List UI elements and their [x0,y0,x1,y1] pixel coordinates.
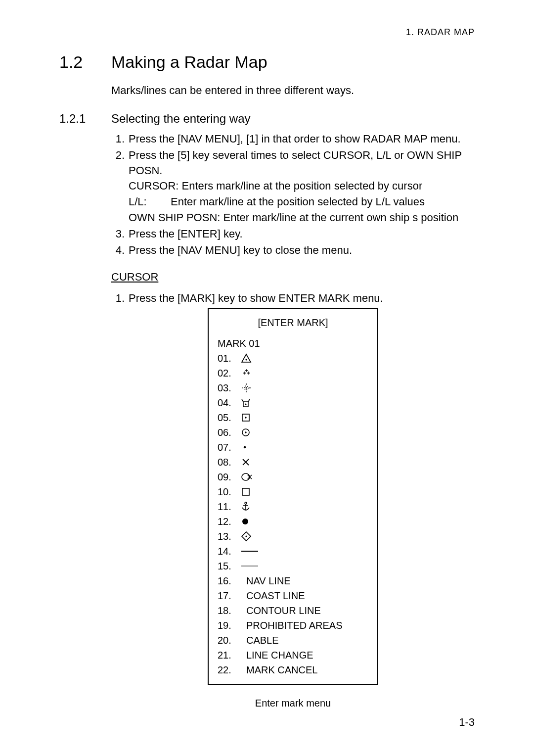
anchor-icon [241,501,255,512]
svg-point-15 [245,404,246,405]
subsection-heading: 1.2.1 Selecting the entering way [59,112,475,126]
circle-dot-icon [241,427,255,438]
list-item: 1. Press the [NAV MENU], [1] in that ord… [111,132,475,147]
menu-index: 15. [218,559,241,573]
menu-index: 22. [218,662,241,677]
svg-point-22 [244,446,246,449]
menu-item: 14. [218,544,368,559]
menu-index: 12. [218,514,241,529]
list-text: Press the [MARK] key to show ENTER MARK … [129,291,383,306]
diamond-dot-icon [241,531,255,542]
definition-block: CURSOR: Enters mark/line at the position… [129,178,475,226]
menu-item: 02. [218,366,368,380]
menu-item: 03. [218,380,368,395]
list-marker: 4. [111,243,129,258]
intro-text: Marks/lines can be entered in three diff… [111,84,475,97]
svg-point-9 [246,387,247,389]
menu-item: 22. MARK CANCEL [218,662,368,677]
menu-item: 19. PROHIBITED AREAS [218,618,368,633]
thin-line-icon [241,561,255,571]
list-item: 2. Press the [5] key several times to se… [111,148,475,179]
menu-item: 04. [218,395,368,410]
filled-circle-icon [241,516,255,527]
svg-point-29 [245,502,247,504]
menu-item: 11. [218,499,368,514]
svg-point-32 [242,519,248,524]
menu-index: 08. [218,455,241,470]
list-text: Press the [ENTER] key. [129,227,243,242]
menu-item: 15. [218,559,368,573]
page: 1. RADAR MAP 1.2 Making a Radar Map Mark… [0,0,534,756]
section-number: 1.2 [59,52,111,72]
menu-index: 03. [218,380,241,395]
svg-point-34 [245,536,247,537]
menu-label: COAST LINE [241,588,305,603]
menu-index: 11. [218,499,241,514]
menu-item: 17. COAST LINE [218,588,368,603]
menu-index: 13. [218,529,241,544]
svg-point-25 [242,473,250,480]
list-text: Press the [NAV MENU] key to close the me… [129,243,352,258]
section-heading: 1.2 Making a Radar Map [59,52,475,72]
svg-point-21 [245,432,246,433]
beacon-icon [241,397,255,408]
menu-index: 04. [218,395,241,410]
ordered-list-a: 1. Press the [NAV MENU], [1] in that ord… [111,132,475,178]
menu-label: CABLE [241,633,279,648]
menu-item: 16. NAV LINE [218,573,368,588]
plus-cluster-icon [241,368,255,378]
menu-index: 20. [218,633,241,648]
enter-mark-menu: [ENTER MARK] MARK 01 01. 02. 03. [208,308,378,685]
menu-item: 18. CONTOUR LINE [218,603,368,618]
triangle-dot-icon [241,353,255,364]
def-ll-key: L/L: [129,194,171,210]
list-marker: 1. [111,132,129,147]
menu-label: NAV LINE [241,573,291,588]
menu-item: 06. [218,425,368,440]
menu-subtitle: MARK 01 [218,336,368,351]
list-item: 1. Press the [MARK] key to show ENTER MA… [111,291,475,306]
solid-line-icon [241,546,255,557]
menu-title: [ENTER MARK] [218,315,368,330]
menu-label: PROHIBITED AREAS [241,618,343,633]
menu-index: 10. [218,484,241,499]
svg-line-17 [248,399,250,402]
dot-icon [241,442,255,453]
cursor-step-list: 1. Press the [MARK] key to show ENTER MA… [111,291,475,306]
list-item: 3. Press the [ENTER] key. [111,227,475,242]
menu-item: 01. [218,351,368,366]
menu-item: 13. [218,529,368,544]
cursor-heading: CURSOR [111,271,475,284]
menu-index: 09. [218,470,241,484]
menu-index: 21. [218,648,241,662]
menu-index: 18. [218,603,241,618]
svg-marker-0 [242,354,251,362]
menu-item: 08. [218,455,368,470]
svg-rect-28 [242,488,249,495]
menu-label: CONTOUR LINE [241,603,321,618]
subsection-title: Selecting the entering way [111,112,251,126]
x-mark-icon [241,457,255,468]
section-title: Making a Radar Map [111,52,267,72]
menu-item: 10. [218,484,368,499]
menu-index: 05. [218,410,241,425]
list-marker: 3. [111,227,129,242]
svg-point-1 [245,359,247,361]
menu-index: 16. [218,573,241,588]
menu-index: 07. [218,440,241,455]
figure-caption: Enter mark menu [111,698,475,709]
ordered-list-b: 3. Press the [ENTER] key. 4. Press the [… [111,227,475,258]
menu-index: 06. [218,425,241,440]
menu-index: 02. [218,366,241,380]
list-item: 4. Press the [NAV MENU] key to close the… [111,243,475,258]
menu-item: 07. [218,440,368,455]
menu-item: 21. LINE CHANGE [218,648,368,662]
menu-item: 05. [218,410,368,425]
list-marker: 1. [111,291,129,306]
svg-point-19 [245,417,246,419]
menu-index: 01. [218,351,241,366]
def-ll: L/L: Enter mark/line at the position sel… [129,194,475,210]
menu-item: 20. CABLE [218,633,368,648]
menu-label: MARK CANCEL [241,662,317,677]
list-text: Press the [5] key several times to selec… [129,148,475,179]
